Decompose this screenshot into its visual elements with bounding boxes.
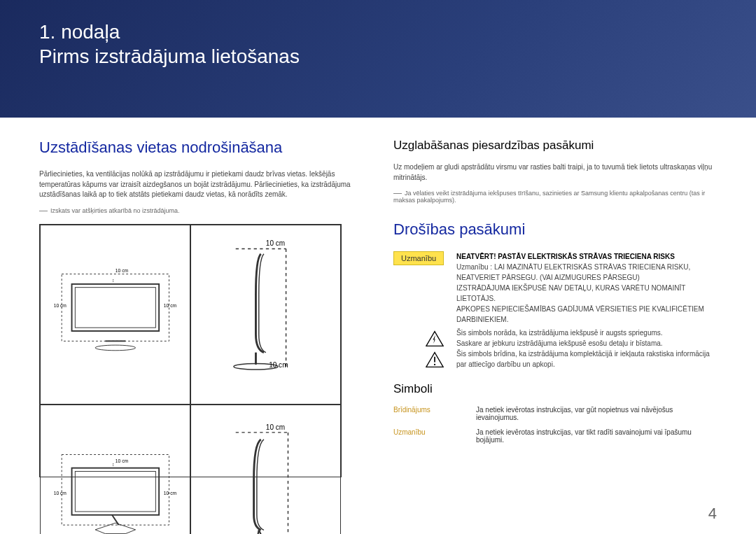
high-voltage-icon xyxy=(426,330,444,347)
symbol-caution-text: Ja netiek ievērotas instrukcijas, var ti… xyxy=(476,428,717,444)
svg-text:10 cm: 10 cm xyxy=(266,240,285,248)
svg-text:↕: ↕ xyxy=(112,278,114,283)
installation-paragraph: Pārliecinieties, ka ventilācijas nolūkā … xyxy=(39,169,363,200)
symbol-warning-text: Ja netiek ievērotas instrukcijas, var gū… xyxy=(476,406,717,421)
warning-title: NEATVĒRT! PASTĀV ELEKTRISKĀS STRĀVAS TRI… xyxy=(456,253,675,260)
symbol-caution-label: Uzmanību xyxy=(393,428,463,436)
clearance-diagrams: 10 cm 10 cm ↕ 10 cm 10 cm 10 cm xyxy=(39,224,342,477)
svg-text:↕: ↕ xyxy=(112,462,114,467)
svg-text:10 cm: 10 cm xyxy=(269,361,288,369)
section-heading-storage: Uzglabāšanas piesardzības pasākumi xyxy=(393,139,717,153)
warning-line-2: IZSTRĀDĀJUMA IEKŠPUSĒ NAV DETAĻU, KURAS … xyxy=(456,284,685,302)
svg-rect-1 xyxy=(71,284,159,331)
svg-text:10 cm: 10 cm xyxy=(53,304,66,309)
chapter-title: 1. nodaļa Pirms izstrādājuma lietošanas xyxy=(39,20,717,69)
svg-text:10 cm: 10 cm xyxy=(115,268,129,273)
storage-paragraph: Uz modeļiem ar gludi apstrādātu virsmu v… xyxy=(393,162,717,183)
section-heading-installation: Uzstādīšanas vietas nodrošināšana xyxy=(39,139,363,157)
warning-line-1: Uzmanību : LAI MAZINĀTU ELEKTRISKĀS STRĀ… xyxy=(456,263,690,281)
caution-badge: Uzmanību xyxy=(393,251,444,265)
diagram-side-flat: 10 cm 10 cm xyxy=(190,225,341,405)
right-column: Uzglabāšanas piesardzības pasākumi Uz mo… xyxy=(393,139,717,477)
svg-text:10 cm: 10 cm xyxy=(164,304,177,309)
chapter-header: 1. nodaļa Pirms izstrādājuma lietošanas xyxy=(0,0,756,118)
page-number: 4 xyxy=(708,505,717,523)
svg-rect-17 xyxy=(75,471,155,512)
symbol-text-3: Šis simbols brīdina, ka izstrādājuma kom… xyxy=(456,350,710,368)
svg-point-28 xyxy=(434,364,435,365)
installation-note: Izskats var atšķirties atkarībā no izstr… xyxy=(39,207,363,214)
svg-point-4 xyxy=(95,345,136,351)
symbol-text-1: Šis simbols norāda, ka izstrādājuma iekš… xyxy=(456,329,663,337)
left-column: Uzstādīšanas vietas nodrošināšana Pārlie… xyxy=(39,139,363,477)
section-heading-symbols: Simboli xyxy=(393,382,717,396)
diagram-front-flat: 10 cm 10 cm ↕ 10 cm xyxy=(40,225,190,405)
chapter-subtitle: Pirms izstrādājuma lietošanas xyxy=(39,45,300,67)
svg-rect-16 xyxy=(71,468,159,515)
diagram-front-curved: 10 cm 10 cm ↕ 10 cm xyxy=(40,405,190,534)
warning-line-3: APKOPES NEPIECIEŠAMĪBAS GADĪJUMĀ VĒRSIET… xyxy=(456,305,704,323)
svg-text:10 cm: 10 cm xyxy=(53,491,66,496)
symbol-warning-label: Brīdinājums xyxy=(393,406,463,414)
svg-text:10 cm: 10 cm xyxy=(266,423,285,430)
chapter-number: 1. nodaļa xyxy=(39,21,120,43)
symbol-text-2: Saskare ar jebkuru izstrādājuma iekšpusē… xyxy=(456,339,663,347)
section-heading-safety: Drošības pasākumi xyxy=(393,220,717,239)
exclamation-icon xyxy=(426,351,444,368)
symbol-explanation: Šis simbols norāda, ka izstrādājuma iekš… xyxy=(393,330,717,370)
svg-text:10 cm: 10 cm xyxy=(115,458,129,463)
svg-rect-2 xyxy=(75,288,155,328)
caution-block: Uzmanību NEATVĒRT! PASTĀV ELEKTRISKĀS ST… xyxy=(393,251,717,325)
symbols-table: Brīdinājums Ja netiek ievērotas instrukc… xyxy=(393,406,717,444)
svg-text:10 cm: 10 cm xyxy=(164,491,177,496)
diagram-side-curved: 10 cm 10 cm xyxy=(190,405,341,534)
storage-note: Ja vēlaties veikt izstrādājuma iekšpuses… xyxy=(393,190,717,204)
